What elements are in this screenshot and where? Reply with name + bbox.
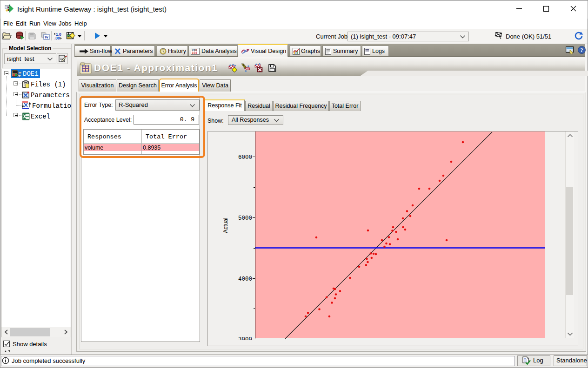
svg-text:164: 164 bbox=[192, 52, 197, 55]
svg-text:6000: 6000 bbox=[238, 154, 252, 161]
svg-text:3000: 3000 bbox=[238, 336, 252, 340]
svg-text:5000: 5000 bbox=[238, 215, 252, 222]
svg-text:4000: 4000 bbox=[238, 276, 252, 283]
svg-text:Actual: Actual bbox=[222, 217, 229, 233]
svg-text:.00: .00 bbox=[54, 36, 60, 40]
svg-text:W: W bbox=[45, 35, 49, 39]
svg-text:?: ? bbox=[581, 47, 583, 53]
